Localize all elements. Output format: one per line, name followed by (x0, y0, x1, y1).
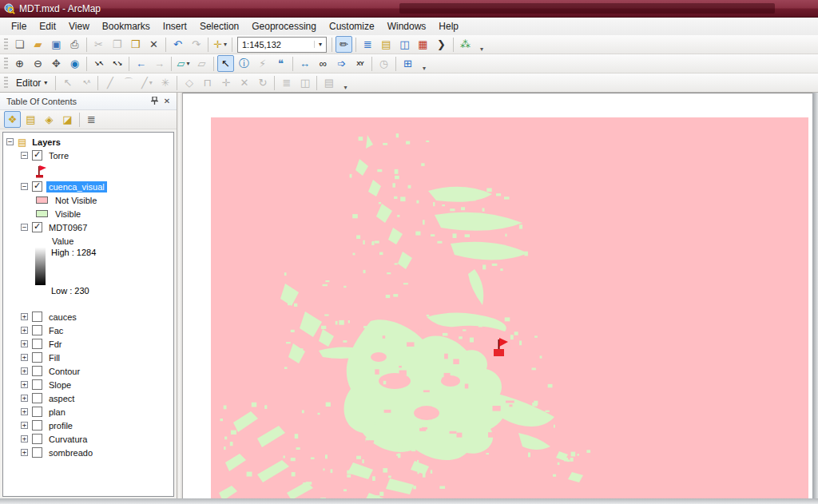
menu-item-windows[interactable]: Windows (381, 18, 433, 34)
trim-icon[interactable]: ✕ (236, 74, 252, 91)
layer-label-cauces[interactable]: cauces (46, 312, 79, 323)
layer-label-profile[interactable]: profile (46, 420, 75, 431)
layer-label-mdt0967[interactable]: MDT0967 (46, 222, 89, 233)
html-popup-icon[interactable]: ❝ (272, 55, 289, 72)
attributes-icon[interactable]: ≣ (278, 74, 295, 91)
layer-checkbox[interactable] (32, 352, 42, 363)
layer-label-cuenca-visual[interactable]: cuenca_visual (46, 181, 107, 192)
layer-checkbox[interactable] (32, 325, 42, 335)
cut-icon[interactable]: ✂ (90, 36, 107, 53)
select-elements-icon[interactable]: ↖ (217, 55, 234, 72)
layer-label-sombreado[interactable]: sombreado (46, 447, 95, 458)
clear-selection-icon[interactable]: ▱ (193, 55, 210, 72)
fixed-zoom-out-icon[interactable]: ↖↘ (109, 55, 125, 72)
menu-item-help[interactable]: Help (432, 18, 465, 34)
arctoolbox-icon[interactable]: ▦ (415, 36, 431, 53)
trace-icon[interactable]: ✳ (157, 74, 173, 91)
chevron-down-icon[interactable]: ▾ (314, 41, 326, 48)
cut-polygons-icon[interactable]: ◇ (181, 74, 197, 91)
layer-checkbox[interactable] (32, 366, 42, 376)
straight-segment-icon[interactable]: ╱ (101, 74, 118, 91)
rotate-icon[interactable]: ↻ (254, 74, 271, 91)
list-by-selection-icon[interactable]: ◪ (59, 111, 76, 128)
layer-checkbox[interactable] (32, 434, 42, 444)
move-icon[interactable]: ✛ (217, 74, 234, 91)
collapse-icon[interactable]: − (21, 224, 28, 231)
layer-checkbox[interactable] (32, 222, 42, 232)
layer-checkbox[interactable] (32, 420, 42, 431)
layer-label-plan[interactable]: plan (46, 407, 68, 418)
hyperlink-icon[interactable]: ⚡ (254, 55, 271, 72)
time-slider-icon[interactable]: ◷ (375, 55, 392, 72)
toc-options-icon[interactable]: ≣ (83, 111, 100, 128)
layer-label-fill[interactable]: Fill (46, 352, 62, 363)
find-route-icon[interactable]: ➩ (333, 55, 350, 72)
toolbar-options-icon[interactable]: ▾ (478, 46, 486, 53)
collapse-icon[interactable]: − (6, 138, 14, 145)
viewer-window-icon[interactable]: ⊞ (399, 55, 416, 72)
table-of-contents-window-icon[interactable]: ≣ (359, 36, 376, 53)
menu-item-customize[interactable]: Customize (323, 18, 381, 34)
legend-swatch[interactable] (36, 196, 48, 204)
arc-segment-icon[interactable]: ⌒ (120, 74, 137, 91)
expand-icon[interactable]: + (21, 340, 28, 347)
map-scale-value[interactable]: 1:145,132 (238, 40, 314, 50)
full-extent-icon[interactable]: ◉ (66, 55, 83, 72)
print-icon[interactable]: ⎙ (66, 36, 83, 53)
close-icon[interactable]: ✕ (161, 95, 173, 108)
layer-checkbox[interactable] (32, 393, 42, 403)
create-features-icon[interactable]: ▤ (320, 74, 337, 91)
menu-item-view[interactable]: View (62, 18, 96, 34)
menu-item-file[interactable]: File (5, 18, 33, 34)
layer-label-fdr[interactable]: Fdr (46, 339, 65, 350)
menu-item-edit[interactable]: Edit (33, 18, 62, 34)
redo-icon[interactable]: ↷ (188, 36, 204, 53)
map-window[interactable] (182, 93, 818, 504)
viewshed-raster[interactable] (211, 117, 808, 504)
identify-icon[interactable]: ⓘ (236, 55, 252, 72)
editor-toolbar-toggle-icon[interactable]: ✏ (336, 36, 352, 53)
menu-item-geoprocessing[interactable]: Geoprocessing (245, 18, 323, 34)
expand-icon[interactable]: + (21, 435, 28, 442)
zoom-in-icon[interactable]: ⊕ (11, 55, 28, 72)
find-icon[interactable]: ∞ (315, 55, 332, 72)
sketch-properties-icon[interactable]: ◫ (296, 74, 313, 91)
edit-tool-icon[interactable]: ↖ (59, 74, 76, 91)
toolbar-grip[interactable] (4, 58, 8, 70)
layer-checkbox[interactable] (32, 339, 42, 349)
layer-label-curvatura[interactable]: Curvatura (46, 434, 89, 445)
list-by-source-icon[interactable]: ▤ (22, 111, 39, 128)
layer-label-slope[interactable]: Slope (46, 379, 73, 391)
expand-icon[interactable]: + (21, 313, 28, 320)
list-by-visibility-icon[interactable]: ◈ (41, 111, 58, 128)
toolbar-options-icon[interactable]: ▾ (341, 84, 349, 91)
layer-label-fac[interactable]: Fac (46, 325, 66, 336)
legend-swatch[interactable] (36, 210, 48, 217)
segment-tools-icon[interactable]: ╱▾ (138, 74, 155, 91)
zoom-out-icon[interactable]: ⊖ (30, 55, 46, 72)
model-builder-icon[interactable]: ⁂ (457, 36, 474, 53)
layer-checkbox[interactable] (32, 312, 42, 322)
go-to-xy-icon[interactable]: XY (351, 55, 368, 72)
layer-label-aspect[interactable]: aspect (46, 393, 77, 404)
forward-extent-icon[interactable]: → (151, 55, 168, 72)
save-icon[interactable]: ▣ (48, 36, 65, 53)
menu-item-bookmarks[interactable]: Bookmarks (96, 18, 157, 34)
expand-icon[interactable]: + (21, 367, 28, 375)
expand-icon[interactable]: + (21, 327, 28, 334)
reshape-icon[interactable]: ⊓ (199, 74, 216, 91)
pin-icon[interactable] (148, 95, 161, 108)
select-features-icon[interactable]: ▱▾ (175, 55, 192, 72)
python-window-icon[interactable]: ❯ (433, 36, 450, 53)
menu-item-insert[interactable]: Insert (157, 18, 193, 34)
layer-label-contour[interactable]: Contour (46, 366, 82, 377)
expand-icon[interactable]: + (21, 381, 28, 388)
pan-icon[interactable]: ✥ (48, 55, 65, 72)
collapse-icon[interactable]: − (21, 152, 28, 159)
paste-icon[interactable]: ❒ (127, 36, 144, 53)
catalog-icon[interactable]: ▤ (378, 36, 395, 53)
back-extent-icon[interactable]: ← (133, 55, 149, 72)
map-scale-combo[interactable]: 1:145,132▾ (237, 37, 327, 53)
list-by-drawing-order-icon[interactable]: ❖ (4, 111, 21, 128)
expand-icon[interactable]: + (21, 395, 28, 402)
